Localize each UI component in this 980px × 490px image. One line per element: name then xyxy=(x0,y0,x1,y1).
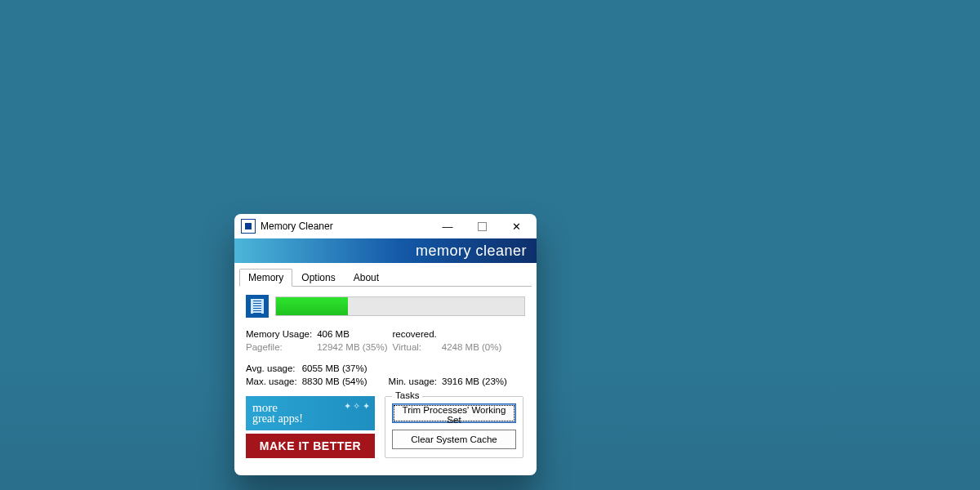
app-window: Memory Cleaner — ✕ memory cleaner Memory… xyxy=(234,214,537,475)
ads-block: more great apps! ✦ ✧ ✦ MAKE IT BETTER xyxy=(246,396,375,458)
mem-usage-suffix: recovered. xyxy=(392,327,441,341)
usage-row xyxy=(246,295,525,318)
min-label: Min. usage: xyxy=(372,375,442,388)
memory-usage-fill xyxy=(276,297,348,315)
tab-bar: Memory Options About xyxy=(239,268,532,287)
title-bar[interactable]: Memory Cleaner — ✕ xyxy=(234,214,537,238)
sparkle-icon: ✦ ✧ ✦ xyxy=(344,401,371,412)
header-banner: memory cleaner xyxy=(234,238,537,263)
memory-usage-bar xyxy=(275,296,525,316)
stats-block: Memory Usage: 406 MB recovered. Pagefile… xyxy=(246,327,525,388)
mem-usage-value: 406 MB xyxy=(317,327,392,341)
tab-about[interactable]: About xyxy=(345,269,388,287)
tab-options[interactable]: Options xyxy=(292,269,344,287)
maximize-button[interactable] xyxy=(465,214,499,238)
avg-label: Avg. usage: xyxy=(246,362,302,375)
app-icon xyxy=(241,219,256,234)
tab-pane-memory: Memory Usage: 406 MB recovered. Pagefile… xyxy=(234,287,537,466)
pagefile-label: Pagefile: xyxy=(246,341,317,354)
ad-more-apps[interactable]: more great apps! ✦ ✧ ✦ xyxy=(246,396,375,430)
pagefile-value: 12942 MB (35%) xyxy=(317,341,392,354)
mem-usage-label: Memory Usage: xyxy=(246,327,317,341)
banner-text: memory cleaner xyxy=(416,243,527,260)
tasks-legend: Tasks xyxy=(392,390,422,400)
tab-memory[interactable]: Memory xyxy=(239,269,292,287)
virtual-label: Virtual: xyxy=(392,341,441,354)
minimize-button[interactable]: — xyxy=(430,214,465,238)
avg-value: 6055 MB (37%) xyxy=(302,362,372,375)
ad-more-line2: great apps! xyxy=(252,413,303,425)
max-label: Max. usage: xyxy=(246,375,302,388)
clear-system-cache-button[interactable]: Clear System Cache xyxy=(392,430,516,449)
close-button[interactable]: ✕ xyxy=(499,214,533,238)
memory-chip-icon xyxy=(246,295,269,318)
window-title: Memory Cleaner xyxy=(261,220,430,232)
ad-make-it-better[interactable]: MAKE IT BETTER xyxy=(246,434,375,458)
tasks-group: Tasks Trim Processes' Working Set Clear … xyxy=(385,396,523,458)
virtual-value: 4248 MB (0%) xyxy=(442,341,507,354)
min-value: 3916 MB (23%) xyxy=(442,375,512,388)
max-value: 8830 MB (54%) xyxy=(302,375,372,388)
trim-working-set-button[interactable]: Trim Processes' Working Set xyxy=(392,403,516,423)
ad-more-line1: more xyxy=(252,402,278,413)
